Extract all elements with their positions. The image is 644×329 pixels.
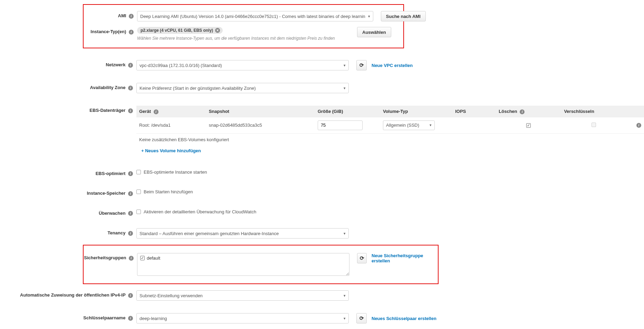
sg-listbox[interactable]: default [137,253,349,276]
info-icon[interactable]: i [128,191,133,196]
create-vpc-link[interactable]: Neue VPC erstellen [372,63,413,68]
refresh-icon: ⟳ [359,62,364,68]
create-sg-link[interactable]: Neue Sicherheitsgruppe erstellen [372,253,438,263]
sg-item[interactable]: default [140,255,346,261]
info-icon[interactable]: i [154,109,158,114]
instance-store-checkbox[interactable] [136,190,141,194]
table-row: Root: /dev/sda1 snap-02d6485dd533ca3c5 A… [136,117,644,134]
ebs-size-input[interactable] [318,120,363,130]
info-icon[interactable]: i [128,63,133,68]
sg-label: Sicherheitsgruppen [84,255,126,260]
ipv4-select[interactable]: Subnetz-Einstellung verwenden [136,290,349,301]
remove-instance-type-icon[interactable]: × [215,28,220,33]
add-volume-link[interactable]: + Neues Volume hinzufügen [139,148,201,153]
refresh-icon: ⟳ [360,255,364,261]
info-icon[interactable]: i [636,123,641,128]
ami-select[interactable]: Deep Learning AMI (Ubuntu) Version 14.0 … [137,11,373,21]
ami-label: AMI [118,13,126,18]
info-icon[interactable]: i [128,171,133,176]
monitor-checkbox[interactable] [136,210,141,214]
network-select[interactable]: vpc-d32c99aa (172.31.0.0/16) (Standard) [136,60,349,70]
create-keypair-link[interactable]: Neues Schlüsselpaar erstellen [372,316,436,321]
info-icon[interactable]: i [129,256,134,261]
az-select[interactable]: Keine Präferenz (Start in der günstigste… [136,83,349,93]
info-icon[interactable]: i [128,108,133,113]
info-icon[interactable]: i [520,109,525,114]
info-icon[interactable]: i [128,316,133,321]
ebs-opt-checkbox[interactable] [136,170,141,174]
ebs-label: EBS-Datenträger [89,108,125,113]
keypair-label: Schlüsselpaarname [83,315,125,320]
keypair-select[interactable]: deep-learning [136,313,349,323]
instance-type-label: Instance-Typ(en) [90,29,126,34]
ebs-voltype-select[interactable]: Allgemein (SSD) [383,120,435,130]
refresh-icon: ⟳ [359,315,364,321]
info-icon[interactable]: i [128,86,133,90]
ami-value: Deep Learning AMI (Ubuntu) Version 14.0 … [140,14,365,19]
network-label: Netzwerk [106,62,125,67]
refresh-network-button[interactable]: ⟳ [356,60,367,70]
info-icon[interactable]: i [129,30,134,35]
monitor-label: Überwachen [99,211,125,216]
tenancy-label: Tenancy [108,230,126,235]
info-icon[interactable]: i [129,14,134,19]
encrypt-checkbox [592,123,596,127]
info-icon[interactable]: i [128,211,133,216]
table-row: + Neues Volume hinzufügen [136,145,644,156]
info-icon[interactable]: i [128,293,133,298]
ebs-opt-label: EBS-optimiert [96,171,126,176]
info-icon[interactable]: i [128,231,133,236]
instance-store-label: Instance-Speicher [87,191,125,196]
instance-type-help: Wählen Sie mehrere Instance-Typen aus, u… [137,36,335,41]
refresh-keypair-button[interactable]: ⟳ [356,313,367,323]
refresh-sg-button[interactable]: ⟳ [357,253,367,263]
az-label: Availability Zone [90,85,126,90]
delete-on-term-checkbox[interactable] [526,123,531,128]
instance-type-pill: p2.xlarge (4 vCPU, 61 GiB, EBS only) × [137,27,223,34]
table-row: Keine zusätzlichen EBS-Volumes konfiguri… [136,133,644,145]
select-instance-type-button[interactable]: Auswählen [357,27,391,37]
ipv4-label: Automatische Zuweisung der öffentlichen … [20,292,125,298]
search-ami-button[interactable]: Suche nach AMI [381,11,426,21]
sg-default-checkbox[interactable] [140,256,145,260]
tenancy-select[interactable]: Standard – Ausführen einer gemeinsam gen… [136,228,349,239]
ebs-table: Gerät i Snapshot Größe (GiB) Volume-Typ … [136,106,644,156]
